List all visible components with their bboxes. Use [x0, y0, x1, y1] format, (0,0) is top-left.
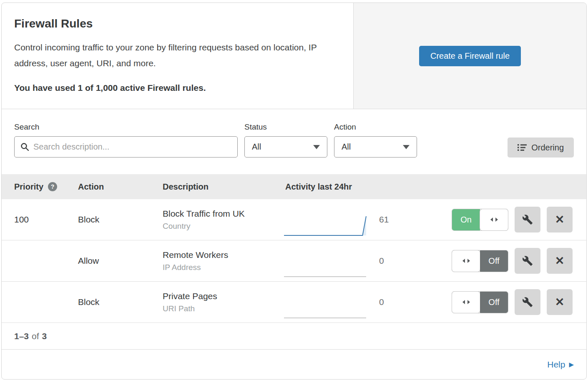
pagination-bar: 1–3 of 3	[2, 323, 586, 350]
help-link[interactable]: Help ▶	[547, 360, 574, 370]
priority-header-label: Priority	[14, 182, 43, 192]
create-firewall-rule-button[interactable]: Create a Firewall rule	[419, 46, 521, 66]
description-cell: Private Pages URI Path	[163, 291, 282, 313]
intro-panel: Firewall Rules Control incoming traffic …	[2, 3, 353, 109]
row-controls: Off ✕	[419, 289, 586, 315]
activity-sparkline	[282, 296, 368, 319]
pagination-total: 3	[42, 331, 47, 341]
help-tooltip-icon[interactable]: ?	[48, 182, 57, 191]
close-icon: ✕	[555, 297, 565, 308]
rule-enabled-toggle[interactable]: Off	[452, 250, 508, 272]
toggle-knob	[452, 292, 480, 313]
wrench-icon	[522, 214, 533, 225]
toggle-on-label: On	[452, 209, 480, 230]
help-link-label: Help	[547, 360, 565, 370]
table-row: Allow Remote Workers IP Address 0 Off	[2, 240, 586, 282]
search-label: Search	[14, 122, 238, 132]
page-title: Firewall Rules	[14, 17, 341, 30]
search-input[interactable]	[33, 142, 231, 152]
table-header: Priority ? Action Description Activity l…	[2, 174, 586, 199]
activity-sparkline	[282, 255, 368, 278]
status-selected-value: All	[252, 142, 261, 152]
drag-handle-icon	[489, 217, 499, 222]
drag-handle-icon	[461, 299, 471, 305]
toggle-off-label: Off	[480, 250, 508, 272]
row-controls: Off ✕	[419, 248, 586, 274]
pagination-of-label: of	[32, 331, 39, 341]
close-icon: ✕	[555, 214, 565, 225]
status-select[interactable]: All	[244, 136, 327, 158]
status-group: Status All	[244, 122, 327, 158]
rule-enabled-toggle[interactable]: Off	[452, 291, 508, 313]
rule-type: Country	[163, 222, 282, 231]
delete-rule-button[interactable]: ✕	[547, 248, 573, 274]
activity-sparkline-cell	[282, 213, 370, 240]
action-cell: Block	[78, 297, 163, 307]
rule-enabled-toggle[interactable]: On	[452, 209, 508, 231]
search-icon	[20, 142, 29, 151]
rule-description: Remote Workers	[163, 250, 282, 260]
activity-count: 0	[370, 297, 419, 307]
status-label: Status	[244, 122, 327, 132]
close-icon: ✕	[555, 255, 565, 267]
activity-count: 61	[370, 215, 419, 225]
usage-note: You have used 1 of 1,000 active Firewall…	[14, 83, 341, 93]
column-header-action: Action	[78, 182, 163, 192]
delete-rule-button[interactable]: ✕	[547, 289, 573, 315]
ordered-list-icon	[518, 143, 527, 152]
filter-bar: Search Status All Action All	[2, 109, 586, 174]
activity-sparkline	[282, 213, 368, 237]
toggle-off-label: Off	[480, 292, 508, 313]
action-selected-value: All	[342, 142, 351, 152]
wrench-icon	[522, 255, 533, 266]
table-row: 100 Block Block Traffic from UK Country …	[2, 199, 586, 240]
edit-rule-button[interactable]	[515, 207, 540, 232]
column-header-priority: Priority ?	[14, 182, 78, 192]
description-cell: Block Traffic from UK Country	[163, 209, 282, 231]
search-group: Search	[14, 122, 238, 158]
priority-cell: 100	[14, 215, 78, 225]
action-cell: Block	[78, 215, 163, 225]
activity-sparkline-cell	[282, 296, 370, 322]
action-cell: Allow	[78, 256, 163, 266]
search-box	[14, 136, 238, 158]
arrow-right-icon: ▶	[569, 361, 574, 368]
edit-rule-button[interactable]	[515, 248, 540, 274]
page-header: Firewall Rules Control incoming traffic …	[2, 3, 586, 109]
wrench-icon	[522, 297, 533, 308]
ordering-button-label: Ordering	[531, 143, 564, 152]
action-select[interactable]: All	[334, 136, 417, 158]
chevron-down-icon	[313, 145, 320, 149]
cta-panel: Create a Firewall rule	[353, 3, 586, 109]
pagination-range: 1–3	[14, 331, 29, 341]
delete-rule-button[interactable]: ✕	[547, 207, 573, 232]
toggle-knob	[452, 250, 480, 272]
page-description: Control incoming traffic to your zone by…	[14, 40, 337, 71]
ordering-button[interactable]: Ordering	[508, 138, 574, 158]
rule-description: Block Traffic from UK	[163, 209, 282, 219]
activity-count: 0	[370, 256, 419, 266]
edit-rule-button[interactable]	[515, 289, 540, 315]
table-row: Block Private Pages URI Path 0 Off	[2, 282, 586, 323]
help-bar: Help ▶	[2, 350, 586, 379]
rule-type: IP Address	[163, 263, 282, 272]
rule-description: Private Pages	[163, 291, 282, 301]
drag-handle-icon	[461, 258, 471, 264]
toggle-knob	[480, 209, 508, 230]
chevron-down-icon	[403, 145, 410, 149]
action-label: Action	[334, 122, 417, 132]
description-cell: Remote Workers IP Address	[163, 250, 282, 272]
activity-sparkline-cell	[282, 255, 370, 281]
rule-type: URI Path	[163, 304, 282, 313]
column-header-description: Description	[163, 182, 282, 192]
column-header-activity: Activity last 24hr	[282, 182, 419, 192]
action-group: Action All	[334, 122, 417, 158]
firewall-rules-card: Firewall Rules Control incoming traffic …	[1, 2, 587, 380]
row-controls: On ✕	[419, 207, 586, 232]
